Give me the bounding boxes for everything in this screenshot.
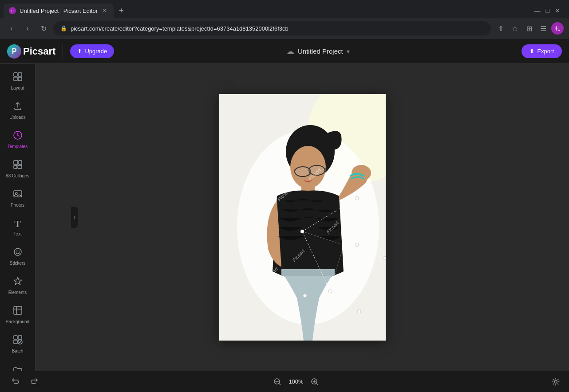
layout-icon [13,72,23,84]
export-icon: ⬆ [529,48,534,55]
collages-icon [13,160,23,172]
redo-button[interactable] [27,374,43,389]
svg-point-41 [355,243,359,247]
svg-rect-4 [14,161,18,165]
svg-point-11 [16,251,17,251]
sidebar-item-collages[interactable]: 88 Collages [2,155,34,183]
share-icon[interactable]: ⇧ [494,22,507,35]
background-icon [13,306,23,318]
elements-label: Elements [8,290,27,295]
svg-point-43 [357,310,361,313]
bottom-bar: 100% [0,371,569,392]
undo-redo-controls [7,374,43,389]
tab-favicon: P [9,7,16,14]
canvas-area: › [36,64,569,371]
refresh-button[interactable]: ↻ [37,22,50,35]
photos-icon [13,189,23,201]
zoom-in-button[interactable] [308,376,321,388]
my-folders-icon [13,366,23,371]
sidebar-item-elements[interactable]: Elements [2,272,34,299]
minimize-icon[interactable]: — [533,7,542,14]
profile-avatar[interactable]: 礼 [551,22,564,35]
extensions-icon[interactable]: ⊞ [523,22,535,35]
tab-bar: P Untitled Project | Picsart Editor ✕ + … [0,0,569,18]
svg-rect-16 [14,340,17,344]
svg-point-24 [352,165,371,181]
sidebar-item-layout[interactable]: Layout [2,67,34,95]
tab-close-button[interactable]: ✕ [101,7,108,14]
close-icon[interactable]: ✕ [553,7,562,14]
elements-icon [13,276,23,288]
sidebar-item-uploads[interactable]: Uploads [2,97,34,124]
sidebar-item-background[interactable]: Background [2,301,34,329]
upgrade-icon: ⬆ [77,48,82,55]
canvas[interactable]: Picsart Picsart Picsart Picsart Picsart … [219,94,386,341]
sidebar-item-my-folders[interactable]: My Folders [2,361,34,371]
logo-icon: P [7,44,21,59]
cloud-save-icon: ☁ [286,47,294,56]
main-content: Layout Uploads Templat [0,64,569,371]
browser-toolbar-icons: ⇧ ☆ ⊞ ☰ 礼 [494,22,564,35]
project-title[interactable]: Untitled Project [298,47,343,55]
batch-label: Batch [12,349,24,353]
svg-rect-1 [18,73,22,76]
sidebar-item-stickers[interactable]: Stickers [2,243,34,270]
svg-rect-0 [14,73,17,76]
zoom-out-button[interactable] [271,376,284,388]
export-button[interactable]: ⬆ Export [522,44,562,58]
canvas-settings-button[interactable] [549,376,562,388]
zoom-controls: 100% [271,376,321,388]
templates-label: Templates [8,144,28,149]
active-tab[interactable]: P Untitled Project | Picsart Editor ✕ [4,4,114,18]
sidebar-item-photos[interactable]: Photos [2,184,34,212]
upgrade-button[interactable]: ⬆ Upgrade [70,44,114,58]
svg-point-10 [14,248,21,255]
sidebar: Layout Uploads Templat [0,64,36,371]
forward-button[interactable]: › [21,22,34,35]
topbar-center: ☁ Untitled Project ▾ [121,47,514,56]
undo-button[interactable] [7,374,23,389]
app-topbar: P Picsart ⬆ Upgrade ☁ Untitled Project ▾… [0,39,569,64]
stickers-label: Stickers [10,261,26,266]
stickers-icon [13,247,23,259]
picsart-logo[interactable]: P Picsart [7,44,55,59]
browser-chrome: P Untitled Project | Picsart Editor ✕ + … [0,0,569,39]
svg-rect-2 [14,77,17,81]
svg-point-46 [554,380,557,383]
window-controls: — □ ✕ [533,7,565,14]
back-button[interactable]: ‹ [5,22,18,35]
sidebar-toggle-icon[interactable]: ☰ [537,22,549,35]
text-icon: T [14,218,21,230]
text-label: Text [13,231,21,236]
address-bar: ‹ › ↻ 🔒 picsart.com/create/editor?catego… [0,18,569,39]
svg-point-12 [19,251,20,251]
photos-label: Photos [11,203,24,208]
sidebar-item-templates[interactable]: Templates [2,126,34,153]
project-dropdown-icon[interactable]: ▾ [347,48,350,55]
bookmark-icon[interactable]: ☆ [509,22,521,35]
svg-point-37 [383,256,386,260]
uploads-icon [13,101,23,113]
logo-text: Picsart [23,46,55,57]
panel-expand-toggle[interactable]: › [71,207,78,228]
sidebar-item-batch[interactable]: Batch [2,330,34,358]
svg-rect-15 [18,336,22,339]
svg-rect-3 [18,77,22,81]
maximize-icon[interactable]: □ [544,7,551,14]
zoom-level-display: 100% [287,378,305,385]
sidebar-item-text[interactable]: T Text [2,214,34,241]
collages-label: 88 Collages [6,173,29,178]
svg-rect-7 [18,165,22,169]
new-tab-button[interactable]: + [115,4,127,17]
canvas-svg: Picsart Picsart Picsart Picsart Picsart … [219,94,386,341]
batch-icon [13,335,23,347]
templates-icon [13,130,23,142]
svg-rect-14 [14,336,17,339]
uploads-label: Uploads [9,115,26,120]
topbar-separator [63,44,63,59]
picsart-app: P Picsart ⬆ Upgrade ☁ Untitled Project ▾… [0,39,569,392]
address-input[interactable]: 🔒 picsart.com/create/editor?category=tem… [53,21,491,35]
background-label: Background [6,319,29,324]
svg-rect-6 [14,165,17,169]
svg-rect-8 [14,191,22,197]
